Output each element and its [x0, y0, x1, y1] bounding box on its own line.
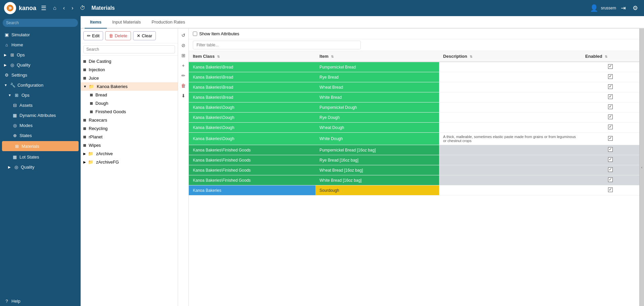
sidebar-item-quality[interactable]: ▶ ◎ Quality [0, 60, 81, 70]
hamburger-btn[interactable]: ☰ [39, 3, 48, 13]
sidebar-item-ops[interactable]: ▶ ⊞ Ops [0, 50, 81, 60]
nav-right: 👤 srussem ⇥ ⚙ [590, 3, 640, 13]
list-item[interactable]: Recycling [81, 124, 178, 133]
table-cell-item-class: Kanoa Bakeries\Dough [189, 123, 315, 133]
list-item[interactable]: Dough [81, 99, 178, 107]
list-item-kanoa-bakeries[interactable]: ▼ 📁 Kanoa Bakeries [81, 82, 178, 91]
header-item-class[interactable]: Item Class ⇅ [189, 51, 315, 62]
edit-button[interactable]: ✏ Edit [83, 31, 103, 40]
materials-icon: ⊞ [14, 143, 19, 149]
sidebar-item-simulator[interactable]: ▣ Simulator [0, 30, 81, 40]
grid-btn[interactable]: ⊞ [179, 51, 187, 59]
enabled-checkbox: ✓ [608, 94, 613, 99]
download-btn[interactable]: ⬇ [179, 92, 187, 100]
table-cell-enabled: ✓ [581, 102, 639, 113]
table-cell-description [439, 155, 581, 165]
enabled-checkbox: ✓ [608, 136, 613, 141]
sidebar-item-home[interactable]: ⌂ Home [0, 40, 81, 50]
sidebar-item-assets[interactable]: ⊟ Assets [0, 100, 81, 110]
tab-production-rates[interactable]: Production Rates [146, 16, 190, 29]
sidebar-item-configuration[interactable]: ▼ 🔧 Configuration [0, 80, 81, 90]
sidebar-item-settings[interactable]: ⚙ Settings [0, 70, 81, 80]
add-btn[interactable]: + [179, 61, 187, 70]
sidebar-label-quality: Quality [17, 62, 30, 68]
tabs-bar: Items Input Materials Production Rates [81, 16, 644, 29]
clear-button[interactable]: ✕ Clear [133, 31, 156, 40]
table-cell-description [439, 102, 581, 113]
block-btn[interactable]: ⊘ [179, 41, 187, 49]
states-icon: ⊕ [12, 133, 17, 138]
tab-items[interactable]: Items [85, 16, 107, 29]
enabled-checkbox: ✓ [608, 157, 613, 162]
tab-input-materials[interactable]: Input Materials [107, 16, 146, 29]
table-cell-enabled: ✓ [581, 113, 639, 123]
sidebar-item-states[interactable]: ⊕ States [0, 130, 81, 140]
quality-icon: ◎ [9, 62, 15, 68]
sidebar-item-ops-sub[interactable]: ▼ ⊞ Ops [0, 90, 81, 100]
list-item[interactable]: Die Casting [81, 57, 178, 65]
list-item[interactable]: Wipes [81, 141, 178, 149]
table-cell-enabled: ✓ [581, 133, 639, 145]
sidebar-item-dynamic-attributes[interactable]: ▦ Dynamic Attributes [0, 110, 81, 120]
home-icon: ⌂ [4, 42, 9, 47]
table-cell-item: Pumpernickel Dough [315, 102, 439, 113]
list-item[interactable]: Finished Goods [81, 107, 178, 116]
sidebar-search-input[interactable] [3, 19, 78, 27]
collapse-handle[interactable]: ‹ [639, 29, 644, 306]
refresh-btn[interactable]: ↺ [179, 31, 187, 39]
logout-btn[interactable]: ⇥ [619, 3, 628, 13]
folder-icon2: 📁 [88, 151, 93, 156]
square-icon [83, 119, 86, 122]
sidebar-item-modes[interactable]: ◎ Modes [0, 120, 81, 130]
logo-icon [4, 2, 16, 14]
data-table: Item Class ⇅ Item ⇅ Description ⇅ [189, 51, 639, 306]
table-cell-item: Pumpernickel Bread [315, 62, 439, 72]
tree-item-label: Bread [95, 92, 107, 97]
back-btn[interactable]: ‹ [61, 4, 67, 12]
header-description[interactable]: Description ⇅ [439, 51, 581, 62]
table-cell-item: White Bread [16oz bag] [315, 175, 439, 185]
ops-sub-icon: ⊞ [14, 92, 19, 98]
list-item[interactable]: Juice [81, 74, 178, 82]
chevron-right-icon3: ▶ [8, 165, 11, 169]
forward-btn[interactable]: › [70, 4, 75, 12]
header-item[interactable]: Item ⇅ [315, 51, 439, 62]
clear-icon: ✕ [137, 33, 140, 38]
table-cell-item: Rye Bread [315, 72, 439, 82]
list-item[interactable]: Racecars [81, 116, 178, 124]
home-btn[interactable]: ⌂ [51, 4, 58, 12]
enabled-checkbox: ✓ [608, 167, 613, 172]
table-cell-item: Rye Bread [16oz bag] [315, 155, 439, 165]
settings-btn[interactable]: ⚙ [631, 3, 640, 13]
table-cell-description [439, 123, 581, 133]
sidebar-item-materials[interactable]: ⊞ Materials [2, 141, 79, 151]
delete-mid-btn[interactable]: 🗑 [179, 82, 187, 90]
tree-item-label: Juice [89, 76, 99, 81]
header-label: Item Class [193, 54, 215, 59]
tree-search-input[interactable] [83, 45, 175, 53]
sidebar-item-help[interactable]: ? Help [0, 296, 81, 306]
list-item[interactable]: rPlanet [81, 133, 178, 141]
header-enabled[interactable]: Enabled ⇅ [581, 51, 639, 62]
table-cell-enabled: ✓ [581, 72, 639, 82]
sidebar-item-quality-sub[interactable]: ▶ ◎ Quality [0, 162, 81, 172]
filter-input[interactable] [193, 41, 361, 49]
tree-item-label: Die Casting [89, 59, 111, 64]
table-filter-container [189, 39, 639, 51]
show-attrs-checkbox[interactable] [193, 32, 197, 36]
list-item[interactable]: Injection [81, 65, 178, 74]
tree-toolbar: ✏ Edit 🗑 Delete ✕ Clear [81, 29, 178, 43]
history-btn[interactable]: ⏱ [78, 4, 87, 12]
list-item[interactable]: Bread [81, 91, 178, 99]
edit-mid-btn[interactable]: ✏ [179, 72, 187, 80]
sidebar-item-lot-states[interactable]: ▦ Lot States [0, 152, 81, 162]
assets-icon: ⊟ [12, 102, 17, 108]
sidebar-label-settings: Settings [11, 73, 27, 78]
table-cell-description [439, 92, 581, 102]
list-item-zarchivefg[interactable]: ▶ 📁 zArchiveFG [81, 158, 178, 166]
table-cell-description [439, 82, 581, 92]
delete-button[interactable]: 🗑 Delete [105, 31, 131, 40]
table-cell-item-class: Kanoa Bakeries\Finished Goods [189, 165, 315, 175]
list-item-zarchive[interactable]: ▶ 📁 zArchive [81, 149, 178, 158]
clear-label: Clear [142, 33, 152, 38]
